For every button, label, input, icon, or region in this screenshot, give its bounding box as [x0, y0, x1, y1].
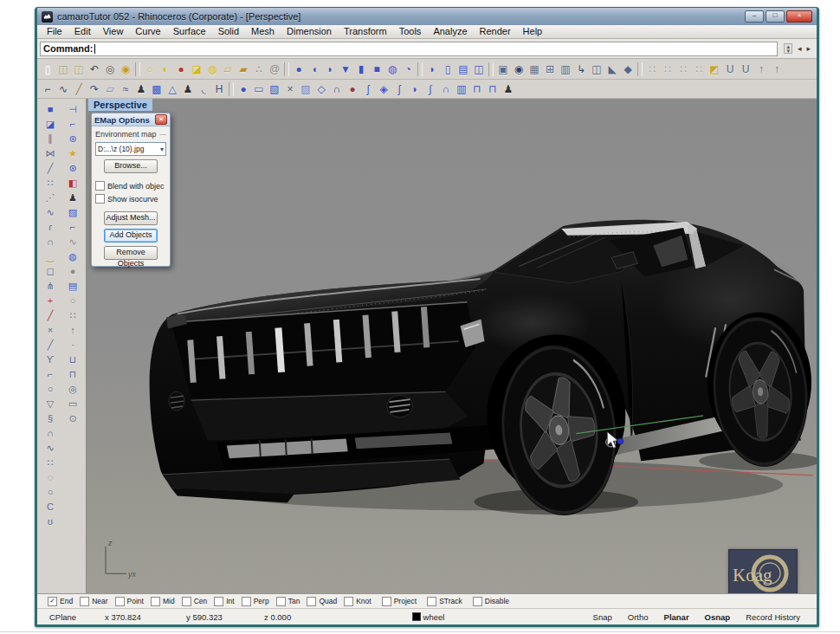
circle-tool-icon[interactable]: ○	[41, 484, 61, 499]
command-input[interactable]: Command:	[40, 42, 778, 56]
sketch-curve-icon[interactable]: ╱	[71, 81, 87, 97]
wave-curve-icon[interactable]: ≈	[118, 81, 133, 97]
next-arrow-icon[interactable]: ▸	[806, 44, 811, 53]
checkbox[interactable]	[473, 597, 482, 606]
degree2-curve-icon[interactable]: ∿	[41, 440, 61, 455]
status-pane-osnap[interactable]: Osnap	[697, 612, 739, 622]
point-grid-icon[interactable]: ∷	[41, 175, 61, 190]
orient-two-points-icon[interactable]: ♟	[180, 81, 196, 97]
surface-fold-icon[interactable]: ▰	[236, 61, 251, 77]
point-count-v-icon[interactable]: ↑	[769, 61, 785, 77]
menu-file[interactable]: File	[41, 25, 68, 38]
osnap-strack[interactable]: STrack	[427, 597, 462, 606]
n-curve-icon[interactable]: ⊓	[63, 366, 83, 381]
arc-center-icon[interactable]: C	[41, 499, 61, 514]
divide-points-4-icon[interactable]: ∷	[691, 61, 707, 77]
surface-flat-icon[interactable]: ▱	[220, 61, 236, 77]
hook-curve-icon[interactable]: ɾ	[41, 219, 61, 234]
osnap-tan[interactable]: Tan	[276, 597, 300, 606]
solid-sphere-icon[interactable]: ●	[291, 61, 307, 77]
osnap-quad[interactable]: Quad	[307, 597, 337, 606]
corner-step-icon[interactable]: ⌐	[41, 366, 61, 381]
prev-arrow-icon[interactable]: ◂	[798, 44, 802, 53]
extrude-straight-icon[interactable]: ⊓	[469, 81, 485, 97]
arc-blend-icon[interactable]: ↷	[87, 81, 102, 97]
cage-edit-icon[interactable]: ◆	[620, 61, 636, 77]
perspective-viewport[interactable]: Perspective	[86, 99, 817, 593]
checkbox[interactable]	[182, 597, 191, 606]
rectangle-tool-icon[interactable]: ▭	[63, 396, 83, 411]
spiral-icon[interactable]: @	[267, 61, 282, 77]
patch-triangle-icon[interactable]: △	[165, 81, 180, 97]
circle-target-icon[interactable]: ◎	[63, 381, 83, 396]
axes-3d-icon[interactable]: +	[41, 293, 61, 307]
v-direction-icon[interactable]: U	[738, 61, 753, 77]
arc-tool-icon[interactable]: ∩	[41, 234, 61, 249]
emap-checkbox-show-isocurve[interactable]: Show isocurve	[95, 194, 166, 204]
status-pane-snap[interactable]: Snap	[585, 612, 620, 622]
checkbox[interactable]: ✓	[48, 597, 57, 606]
gears-icon[interactable]: ⊛	[63, 131, 83, 146]
curve-handles-icon[interactable]: H	[211, 81, 227, 97]
hatch-fan-icon[interactable]: ▨	[298, 81, 313, 97]
checkbox[interactable]	[80, 597, 89, 606]
osnap-mid[interactable]: Mid	[151, 597, 175, 606]
menu-mesh[interactable]: Mesh	[245, 25, 281, 38]
polyline-pen-icon[interactable]: ╱	[41, 160, 61, 175]
zoom-extents-icon[interactable]: ◉	[118, 61, 133, 77]
dice-icon[interactable]: ◧	[63, 175, 83, 190]
pill-sections-icon[interactable]: ∥	[41, 131, 61, 146]
match-surface-icon[interactable]: ●	[345, 81, 360, 97]
vertical-plane-icon[interactable]: ◫	[589, 61, 604, 77]
checkbox[interactable]	[382, 597, 391, 606]
save-icon[interactable]: ◫	[55, 61, 71, 77]
cylinder-grid-icon[interactable]: ▥	[454, 81, 469, 97]
solid-slab-icon[interactable]: ▯	[440, 61, 456, 77]
extract-surface-icon[interactable]: ▣	[495, 61, 511, 77]
point-cloud-icon[interactable]: ∴	[251, 61, 267, 77]
solid-ellipsoid-icon[interactable]: ◖	[307, 61, 322, 77]
status-pane-planar[interactable]: Planar	[656, 612, 697, 622]
status-cplane[interactable]: CPlane	[37, 612, 100, 622]
emap-button-remove-objects[interactable]: Remove Objects	[104, 246, 157, 260]
zoom-window-icon[interactable]: ◎	[102, 61, 118, 77]
osnap-disable[interactable]: Disable	[473, 597, 509, 606]
split-table-icon[interactable]: ⊞	[542, 61, 558, 77]
taper-icon[interactable]: ◣	[604, 61, 620, 77]
menu-surface[interactable]: Surface	[167, 25, 212, 38]
curve-interp-icon[interactable]: ∿	[55, 81, 71, 97]
orient-object-icon[interactable]: ♟	[133, 81, 149, 97]
u-direction-icon[interactable]: U	[722, 61, 738, 77]
gears-blue-icon[interactable]: ⊛	[63, 160, 83, 175]
environment-map-dropdown[interactable]: D:...\z (10).jpg ▾	[95, 142, 166, 156]
lamp-pair-icon[interactable]: ◍	[204, 61, 220, 77]
solid-box-icon[interactable]: ■	[369, 61, 384, 77]
record-curve-icon[interactable]: ◟	[196, 81, 211, 97]
status-pane-record-history[interactable]: Record History	[738, 612, 808, 622]
browse-button[interactable]: Browse...	[104, 159, 157, 173]
tree-branch-icon[interactable]: ⋔	[41, 278, 61, 293]
menu-view[interactable]: View	[97, 25, 130, 38]
wireframe-box-icon[interactable]: ◻	[41, 263, 61, 278]
title-bar[interactable]: camaroTutor 052 - Rhinoceros (Corporate)…	[37, 8, 817, 25]
arc-1-2-icon[interactable]: ∩	[329, 81, 345, 97]
solid-cap-icon[interactable]: ▤	[456, 61, 471, 77]
sweep-2-rail-icon[interactable]: ◈	[376, 81, 391, 97]
checkbox[interactable]	[242, 597, 251, 606]
sphere-pair-icon[interactable]: ◍	[63, 249, 83, 263]
arch-surface-icon[interactable]: ∩	[438, 81, 454, 97]
blob-outline-icon[interactable]: ○	[63, 293, 83, 307]
flow-along-icon[interactable]: ↳	[573, 61, 589, 77]
ellipse-tool-icon[interactable]: ○	[41, 381, 61, 396]
divide-points-3-icon[interactable]: ∷	[675, 61, 691, 77]
arc-second-icon[interactable]: ∩	[41, 425, 61, 440]
triangle-points-icon[interactable]: ▽	[41, 396, 61, 411]
osnap-knot[interactable]: Knot	[344, 597, 372, 606]
dots-cross-icon[interactable]: ∷	[63, 307, 83, 322]
menu-tools[interactable]: Tools	[393, 25, 428, 38]
trim-icon[interactable]: ×	[282, 81, 298, 97]
divide-points-2-icon[interactable]: ∷	[660, 61, 675, 77]
line-cross-icon[interactable]: ×	[41, 322, 61, 337]
gray-ball-icon[interactable]: ●	[63, 263, 83, 278]
lamp-on-icon[interactable]: ○	[142, 61, 158, 77]
